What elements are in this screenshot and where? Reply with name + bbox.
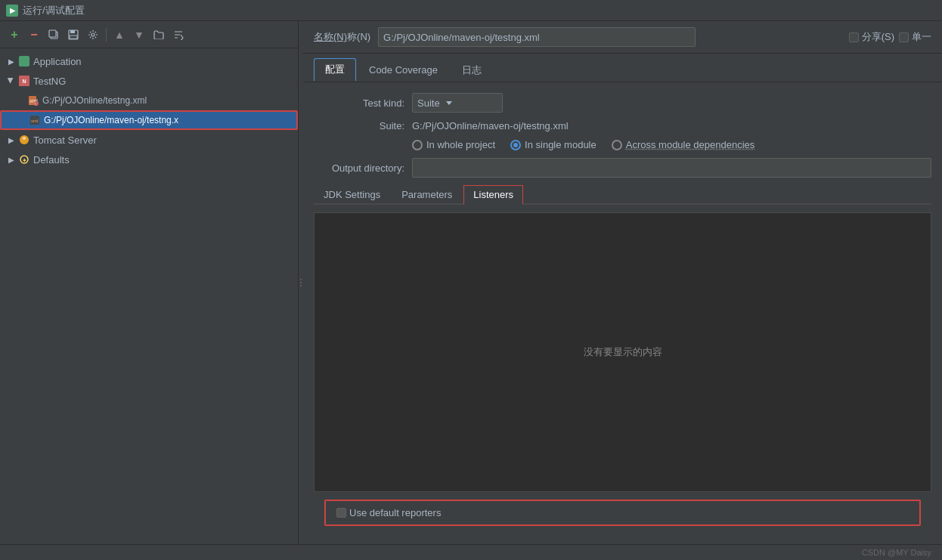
radio-whole-label: In whole project [426, 139, 495, 150]
sidebar-item-testng-child1[interactable]: xml ! G:/Pj/OJOnline/testng.xml [0, 91, 298, 110]
tab-config[interactable]: 配置 [314, 58, 356, 82]
save-template-button[interactable] [65, 26, 82, 43]
tree-arrow-testng: ▶ [6, 76, 17, 86]
empty-content-text: 没有要显示的内容 [584, 345, 662, 359]
name-row: 名称(N)称(N) 分享(S) 单一 [303, 21, 942, 54]
name-label: 名称(N)称(N) [314, 30, 370, 44]
divider-dot-2 [300, 282, 302, 283]
use-default-reporters-box [336, 508, 346, 518]
radio-group: In whole project In single module Across… [412, 139, 755, 150]
use-default-reporters-label: Use default reporters [349, 507, 441, 518]
add-button[interactable]: + [6, 26, 23, 43]
radio-across[interactable]: Across module dependencies [612, 139, 755, 150]
share-checkbox-box [849, 32, 859, 42]
radio-row: In whole project In single module Across… [314, 139, 931, 150]
radio-single-module[interactable]: In single module [510, 139, 596, 150]
radio-across-label: Across module dependencies [626, 139, 755, 150]
svg-point-5 [91, 33, 95, 36]
radio-outer-whole [412, 140, 423, 150]
toolbar: + − ▲ [0, 21, 298, 48]
test-kind-label: Test kind: [314, 97, 404, 109]
divider-dot-3 [300, 285, 302, 286]
sub-tab-listeners[interactable]: Listeners [463, 185, 523, 205]
output-input[interactable] [412, 158, 931, 178]
single-checkbox-box [899, 32, 909, 42]
suite-row: Suite: G:/Pj/OJOnline/maven-oj/testng.xm… [314, 120, 931, 131]
title-bar: ▶ 运行/调试配置 [0, 0, 942, 21]
test-kind-row: Test kind: Suite [314, 93, 931, 113]
tree: ▶ Application ▶ N TestNG xml [0, 48, 298, 544]
footer-text: CSDN @MY Daisy [862, 548, 931, 557]
testng-child2-icon: xml [29, 114, 41, 126]
test-kind-dropdown[interactable]: Suite [412, 93, 503, 113]
share-area: 分享(S) 单一 [849, 30, 931, 44]
settings-button[interactable] [85, 26, 101, 43]
output-label: Output directory: [314, 162, 404, 174]
svg-rect-3 [70, 30, 75, 33]
testng-child2-label: G:/Pj/OJOnline/maven-oj/testng.x [44, 115, 290, 125]
single-checkbox[interactable]: 单一 [899, 30, 931, 44]
move-down-button[interactable]: ▼ [131, 26, 147, 43]
listeners-panel: 没有要显示的内容 [314, 212, 931, 492]
dropdown-arrow-icon [446, 101, 452, 105]
sidebar: + − ▲ [0, 21, 299, 544]
title-bar-text: 运行/调试配置 [23, 4, 85, 17]
svg-text:✦: ✦ [22, 157, 27, 164]
test-kind-value: Suite [417, 97, 440, 109]
bottom-bar: Use default reporters [324, 500, 921, 526]
name-input[interactable] [378, 27, 696, 47]
single-label: 单一 [912, 30, 931, 44]
application-icon [18, 55, 30, 67]
test-kind-control: Suite [412, 93, 503, 113]
copy-button[interactable] [45, 26, 62, 43]
tab-log[interactable]: 日志 [451, 59, 493, 82]
testng-child1-label: G:/Pj/OJOnline/testng.xml [42, 95, 292, 106]
svg-point-13 [23, 137, 26, 140]
application-label: Application [33, 56, 292, 67]
sort-button[interactable] [170, 26, 187, 43]
svg-rect-1 [49, 30, 56, 37]
tree-arrow-tomcat: ▶ [6, 135, 17, 145]
suite-path: G:/Pj/OJOnline/maven-oj/testng.xml [412, 120, 569, 131]
dialog-body: + − ▲ [0, 21, 942, 544]
radio-outer-single [510, 140, 521, 150]
move-up-button[interactable]: ▲ [111, 26, 128, 43]
radio-single-label: In single module [525, 139, 596, 150]
sub-tab-jdk[interactable]: JDK Settings [314, 185, 390, 203]
tomcat-icon [18, 134, 30, 146]
svg-text:!: ! [35, 102, 36, 107]
sub-tab-params[interactable]: Parameters [392, 185, 462, 203]
svg-rect-4 [70, 36, 77, 39]
radio-outer-across [612, 140, 622, 150]
right-panel: 名称(N)称(N) 分享(S) 单一 配置 Code Coverage 日志 [303, 21, 942, 544]
tab-coverage[interactable]: Code Coverage [358, 60, 449, 80]
testng-icon: N [18, 75, 30, 87]
config-content: Test kind: Suite Suite: G:/Pj/OJOnline/m… [303, 82, 942, 544]
remove-button[interactable]: − [26, 26, 42, 43]
use-default-reporters-checkbox[interactable]: Use default reporters [336, 507, 441, 518]
divider-dot-1 [300, 279, 302, 280]
toolbar-separator [106, 28, 107, 42]
sidebar-item-defaults[interactable]: ▶ ✦ Defaults [0, 150, 298, 169]
defaults-label: Defaults [33, 154, 292, 166]
share-checkbox[interactable]: 分享(S) [849, 30, 894, 44]
sub-tabs-row: JDK Settings Parameters Listeners [314, 185, 931, 205]
tabs-row: 配置 Code Coverage 日志 [303, 54, 942, 82]
radio-whole-project[interactable]: In whole project [412, 139, 495, 150]
footer: CSDN @MY Daisy [0, 544, 942, 560]
folder-button[interactable] [150, 26, 167, 43]
output-row: Output directory: [314, 158, 931, 178]
tomcat-label: Tomcat Server [33, 135, 292, 146]
testng-child1-icon: xml ! [27, 94, 39, 107]
svg-text:xml: xml [31, 119, 38, 123]
sidebar-item-application[interactable]: ▶ Application [0, 51, 298, 71]
sidebar-item-testng-child2[interactable]: xml G:/Pj/OJOnline/maven-oj/testng.x [0, 110, 298, 130]
tree-arrow-defaults: ▶ [6, 154, 17, 165]
sidebar-item-tomcat[interactable]: ▶ Tomcat Server [0, 130, 298, 150]
radio-inner-single [513, 143, 518, 147]
share-label: 分享(S) [862, 30, 894, 44]
testng-label: TestNG [33, 76, 292, 87]
tree-arrow-application: ▶ [6, 56, 17, 67]
sidebar-item-testng[interactable]: ▶ N TestNG [0, 71, 298, 91]
suite-label: Suite: [314, 120, 404, 131]
